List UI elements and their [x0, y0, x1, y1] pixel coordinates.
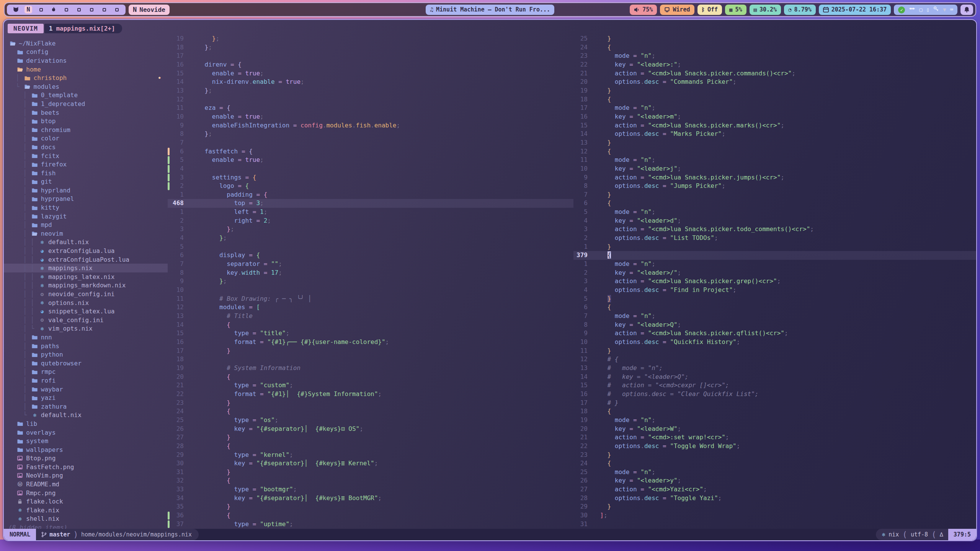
- code-line[interactable]: 12 # {: [573, 355, 976, 364]
- music-player[interactable]: ♫ Minuit Machine – Don't Run Fro...: [426, 5, 554, 15]
- code-line[interactable]: 21 action = "<cmd>:set wrap!<cr>";: [573, 433, 976, 442]
- tree-item[interactable]: │ mpd: [4, 220, 168, 229]
- code-line[interactable]: 14 options.desc = "Marks Picker";: [573, 130, 976, 139]
- code-line[interactable]: 15 action = "<cmd>lua Snacks.picker.mark…: [573, 121, 976, 130]
- tree-item[interactable]: │ │ ◕snippets_latex.lua: [4, 307, 168, 316]
- tree-item[interactable]: │ color: [4, 134, 168, 143]
- module-clock[interactable]: 2025-07-22 16:37: [819, 5, 891, 15]
- code-line[interactable]: 9 action = "<cmd>lua Snacks.picker.jumps…: [573, 173, 976, 182]
- code-line[interactable]: 2 logo = {: [168, 182, 573, 191]
- workspace-5[interactable]: [62, 6, 70, 13]
- code-line[interactable]: 19 mode = "n";: [573, 416, 976, 425]
- tray-keyboard[interactable]: ⌨: [950, 6, 953, 13]
- tree-item[interactable]: flake.lock: [4, 497, 168, 506]
- code-line[interactable]: 20 {: [168, 373, 573, 381]
- tree-item[interactable]: │ │ ◕extraConfigLua.lua: [4, 246, 168, 255]
- code-line[interactable]: 468 top = 3;: [168, 199, 573, 208]
- tree-item[interactable]: └ ❄default.nix: [4, 411, 168, 420]
- code-line[interactable]: 17 }: [168, 347, 573, 355]
- tree-item[interactable]: Rmpc.png: [4, 489, 168, 497]
- code-line[interactable]: 25 mode = "n";: [573, 468, 976, 477]
- code-line[interactable]: 19 # System Information: [168, 364, 573, 373]
- code-line[interactable]: 18 {: [573, 95, 976, 104]
- code-line[interactable]: 28 options.desc = "Toggle Yazi";: [573, 494, 976, 503]
- code-line[interactable]: 379 {: [573, 251, 976, 260]
- code-line[interactable]: 29 }: [573, 502, 976, 511]
- tree-item[interactable]: │ nnn: [4, 333, 168, 342]
- code-line[interactable]: 15 type = "title";: [168, 329, 573, 338]
- code-line[interactable]: 31: [573, 520, 976, 529]
- tree-item[interactable]: │ 1_deprecated: [4, 99, 168, 108]
- code-line[interactable]: 4 options.desc = "Find in Project";: [573, 286, 976, 295]
- code-line[interactable]: 24 {: [168, 407, 573, 416]
- code-line[interactable]: 30 key = "{#separator}│ {#keys}≣ Kernel"…: [168, 459, 573, 468]
- tree-item[interactable]: (8 hidden items): [4, 523, 168, 529]
- tree-item[interactable]: │ docs: [4, 143, 168, 152]
- code-line[interactable]: 19 };: [168, 34, 573, 43]
- tree-item[interactable]: │ lazygit: [4, 212, 168, 221]
- code-line[interactable]: 7 separator = "";: [168, 260, 573, 269]
- code-line[interactable]: 14 {: [168, 321, 573, 329]
- code-line[interactable]: 36 {: [168, 511, 573, 520]
- code-line[interactable]: 37 type = "uptime";: [168, 520, 573, 529]
- code-line[interactable]: 29 type = "kernel";: [168, 451, 573, 460]
- tree-item[interactable]: │ └ ❄vim_opts.nix: [4, 324, 168, 333]
- tree-item[interactable]: ~/NixFlake: [4, 39, 168, 48]
- tray-key[interactable]: [933, 6, 939, 13]
- tree-item[interactable]: │ │ ⚙vale_config.ini: [4, 316, 168, 324]
- tree-item[interactable]: │ 0_template: [4, 91, 168, 100]
- tree-item[interactable]: │ zathura: [4, 402, 168, 411]
- module-volume[interactable]: 75%: [630, 5, 657, 15]
- tree-item[interactable]: │ hyprland: [4, 186, 168, 195]
- code-line[interactable]: 21 type = "custom";: [168, 381, 573, 390]
- code-line[interactable]: 22 format = "{#1}│ {#}System Information…: [168, 390, 573, 399]
- workspace-3[interactable]: [37, 6, 45, 13]
- code-line[interactable]: 13 # mode = "n";: [573, 364, 976, 373]
- code-line[interactable]: 4 };: [168, 234, 573, 243]
- code-line[interactable]: 17 # }: [573, 399, 976, 408]
- tree-item[interactable]: │ beets: [4, 108, 168, 117]
- tab-explorer[interactable]: NEOVIM: [8, 24, 44, 33]
- code-line[interactable]: 23 }: [168, 399, 573, 408]
- tree-item[interactable]: │ │ ❄options.nix: [4, 298, 168, 307]
- tree-item[interactable]: │ fcitx: [4, 152, 168, 160]
- tree-item[interactable]: │ │ ❄mappings_markdown.nix: [4, 281, 168, 290]
- code-line[interactable]: 34 key = "{#separator}│ {#keys}≣ BootMGR…: [168, 494, 573, 503]
- workspace-2[interactable]: N: [24, 6, 32, 13]
- code-line[interactable]: 2 right = 2;: [168, 217, 573, 225]
- code-line[interactable]: 15 enable = true;: [168, 69, 573, 78]
- code-line[interactable]: 20 key = "<leader>W";: [573, 425, 976, 434]
- code-line[interactable]: 5 enable = true;: [168, 156, 573, 165]
- tree-item[interactable]: Btop.png: [4, 454, 168, 463]
- code-line[interactable]: 35 }: [168, 502, 573, 511]
- code-line[interactable]: 3 settings = {: [168, 173, 573, 182]
- code-line[interactable]: 26 key = "{#separator}│ {#keys}⊡ OS";: [168, 425, 573, 434]
- tree-item[interactable]: │ git: [4, 178, 168, 186]
- code-line[interactable]: 24 {: [573, 43, 976, 52]
- code-line[interactable]: 15 # action = "<cmd>cexpr []<cr>";: [573, 381, 976, 390]
- code-line[interactable]: 16 direnv = {: [168, 60, 573, 69]
- code-line[interactable]: 19 }: [573, 86, 976, 95]
- tray-phone[interactable]: ▯: [926, 6, 929, 13]
- workspace-6[interactable]: [75, 6, 83, 13]
- code-line[interactable]: 31 }: [168, 468, 573, 477]
- code-line[interactable]: 13 }: [573, 139, 976, 147]
- code-line[interactable]: 4: [168, 165, 573, 173]
- tray-tv[interactable]: ▢: [919, 6, 922, 13]
- code-line[interactable]: 11 }: [573, 347, 976, 355]
- code-line[interactable]: 6 display = {: [168, 251, 573, 260]
- code-line[interactable]: 9 enableFishIntegration = config.modules…: [168, 121, 573, 130]
- code-line[interactable]: 27 }: [168, 433, 573, 442]
- tree-item[interactable]: └ modules: [4, 82, 168, 91]
- tree-item[interactable]: system: [4, 437, 168, 445]
- code-line[interactable]: 14 # key = "<leader>Q";: [573, 373, 976, 381]
- code-line[interactable]: 3 action = "<cmd>lua Snacks.picker.grep(…: [573, 277, 976, 286]
- code-line[interactable]: 11 # Box Drawing: ╭ ─ ╮ ╰╯ │: [168, 295, 573, 303]
- code-line[interactable]: 12 {: [573, 147, 976, 156]
- code-line[interactable]: 3 action = "<cmd>lua Snacks.picker.todo_…: [573, 225, 976, 234]
- code-line[interactable]: 10 enable = true;: [168, 112, 573, 121]
- code-line[interactable]: 9 action = "<cmd>lua Snacks.picker.qflis…: [573, 329, 976, 338]
- tree-item[interactable]: │ │ ❄default.nix: [4, 238, 168, 247]
- tree-item[interactable]: derivations: [4, 56, 168, 65]
- tree-item[interactable]: │ chromium: [4, 126, 168, 134]
